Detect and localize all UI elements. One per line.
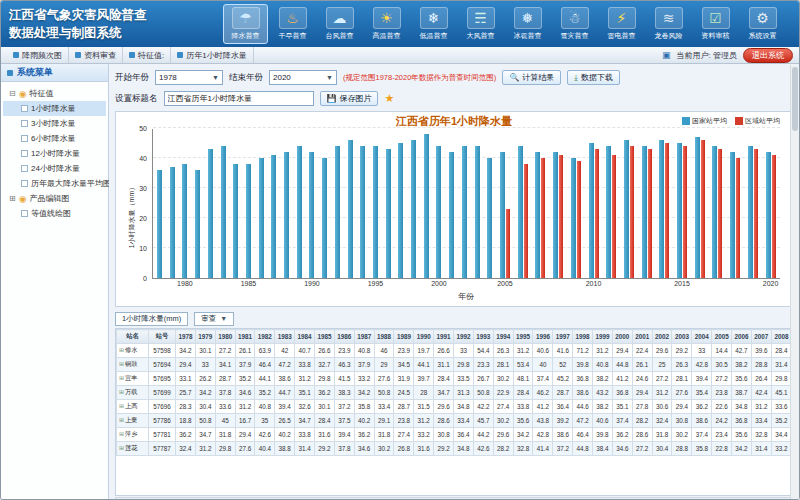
toolbar-item-drought-survey[interactable]: ♨干旱普查 xyxy=(270,4,315,44)
station-name-cell[interactable]: ⊞铜鼓 xyxy=(117,358,149,372)
checkbox-icon[interactable] xyxy=(21,150,28,157)
table-row-上高[interactable]: ⊞上高5769628.330.433.631.240.839.432.630.1… xyxy=(117,400,792,414)
toolbar-item-snow-survey[interactable]: ☃雪灾普查 xyxy=(552,4,597,44)
table-row-宜丰[interactable]: ⊞宜丰5769533.126.228.735.244.138.631.229.8… xyxy=(117,372,792,386)
expand-icon[interactable]: ⊞ xyxy=(119,361,124,367)
table-header-cell[interactable]: 2001 xyxy=(632,330,652,344)
table-header-cell[interactable]: 站号 xyxy=(149,330,176,344)
toolbar-item-cold-survey[interactable]: ❄低温普查 xyxy=(411,4,456,44)
tab-item-0[interactable]: 降雨频次图 xyxy=(7,47,69,63)
table-header-cell[interactable]: 1985 xyxy=(315,330,335,344)
toolbar-item-wind-survey[interactable]: ☴大风普查 xyxy=(458,4,503,44)
table-header-cell[interactable]: 1979 xyxy=(195,330,215,344)
table-row-上栗[interactable]: ⊞上栗5778618.850.84516.73526.534.728.437.5… xyxy=(117,414,792,428)
table-header-cell[interactable]: 1982 xyxy=(255,330,275,344)
tree-folder-1[interactable]: ⊞◉产品编辑图 xyxy=(3,191,106,206)
scrollbar-thumb[interactable] xyxy=(792,67,798,131)
expand-icon[interactable]: ⊞ xyxy=(119,431,124,437)
calculate-button[interactable]: 🔍 计算结果 xyxy=(502,70,561,85)
toolbar-item-heat-survey[interactable]: ☀高温普查 xyxy=(364,4,409,44)
toolbar-item-system-settings[interactable]: ⚙系统设置 xyxy=(740,4,785,44)
table-header-cell[interactable]: 2007 xyxy=(751,330,771,344)
station-name-cell[interactable]: ⊞宜丰 xyxy=(117,372,149,386)
table-header-cell[interactable]: 站名 xyxy=(117,330,149,344)
table-header-cell[interactable]: 1983 xyxy=(275,330,295,344)
station-name-cell[interactable]: ⊞萍乡 xyxy=(117,428,149,442)
tab-item-1[interactable]: 资料审查 xyxy=(69,47,123,63)
toolbar-item-data-audit[interactable]: ☑资料审核 xyxy=(693,4,738,44)
table-header-cell[interactable]: 2005 xyxy=(712,330,732,344)
expand-icon[interactable]: ⊞ xyxy=(119,445,124,451)
table-header-cell[interactable]: 2006 xyxy=(732,330,752,344)
table-header-cell[interactable]: 1995 xyxy=(513,330,533,344)
table-row-铜鼓[interactable]: ⊞铜鼓5769429.43334.137.946.447.233.832.746… xyxy=(117,358,792,372)
table-header-cell[interactable]: 1980 xyxy=(215,330,235,344)
table-header-cell[interactable]: 2008 xyxy=(771,330,791,344)
end-year-select[interactable]: 2020 ▼ xyxy=(269,70,337,85)
tab-item-3[interactable]: 历年1小时降水量 xyxy=(171,47,253,63)
table-header-cell[interactable]: 1993 xyxy=(473,330,493,344)
table-header-cell[interactable]: 1987 xyxy=(354,330,374,344)
tree-item-等值线绘图[interactable]: 等值线绘图 xyxy=(3,206,106,221)
toolbar-item-hail-survey[interactable]: ❅冰雹普查 xyxy=(505,4,550,44)
table-header-cell[interactable]: 1998 xyxy=(573,330,593,344)
chart-title-input[interactable] xyxy=(164,91,314,106)
table-header-cell[interactable]: 1992 xyxy=(454,330,474,344)
table-header-cell[interactable]: 2002 xyxy=(652,330,672,344)
checkbox-icon[interactable] xyxy=(21,180,28,187)
start-year-select[interactable]: 1978 ▼ xyxy=(155,70,223,85)
checkbox-icon[interactable] xyxy=(21,105,28,112)
download-button[interactable]: ⤓ 数据下载 xyxy=(567,70,620,85)
checkbox-icon[interactable] xyxy=(21,120,28,127)
station-name-cell[interactable]: ⊞上栗 xyxy=(117,414,149,428)
table-row-万载[interactable]: ⊞万载5769925.734.237.834.635.244.735.136.2… xyxy=(117,386,792,400)
vertical-scrollbar[interactable] xyxy=(790,65,799,499)
table-header-cell[interactable]: 1986 xyxy=(334,330,354,344)
table-header-cell[interactable]: 1996 xyxy=(533,330,553,344)
table-header-cell[interactable]: 1994 xyxy=(493,330,513,344)
checkbox-icon[interactable] xyxy=(21,210,28,217)
toolbar-item-tornado-survey[interactable]: ≋龙卷风险 xyxy=(646,4,691,44)
star-icon[interactable]: ★ xyxy=(384,92,394,105)
review-selector[interactable]: 审查 ▼ xyxy=(194,312,234,326)
table-row-修水[interactable]: ⊞修水5759834.230.127.226.163.94240.726.623… xyxy=(117,344,792,358)
table-header-cell[interactable]: 1997 xyxy=(553,330,573,344)
table-header-cell[interactable]: 1984 xyxy=(295,330,315,344)
unit-selector[interactable]: 1小时降水量(mm) xyxy=(115,312,188,326)
table-header-cell[interactable]: 1989 xyxy=(394,330,414,344)
toolbar-item-rain-survey[interactable]: ☂降水普查 xyxy=(223,4,268,44)
table-header-cell[interactable]: 1978 xyxy=(176,330,196,344)
station-name-cell[interactable]: ⊞莲花 xyxy=(117,442,149,456)
table-header-cell[interactable]: 1991 xyxy=(434,330,454,344)
station-name-cell[interactable]: ⊞上高 xyxy=(117,400,149,414)
table-header-cell[interactable]: 1990 xyxy=(414,330,434,344)
tree-toggle-icon[interactable]: ⊟ xyxy=(9,89,16,98)
save-image-button[interactable]: 💾 保存图片 xyxy=(320,91,379,106)
expand-icon[interactable]: ⊞ xyxy=(119,417,124,423)
tab-item-2[interactable]: 特征值: xyxy=(123,47,171,63)
tree-item-24小时降水量[interactable]: 24小时降水量 xyxy=(3,161,106,176)
expand-icon[interactable]: ⊞ xyxy=(119,403,124,409)
tree-item-6小时降水量[interactable]: 6小时降水量 xyxy=(3,131,106,146)
tree-item-1小时降水量[interactable]: 1小时降水量 xyxy=(3,101,106,116)
table-header-cell[interactable]: 2003 xyxy=(672,330,692,344)
table-header-cell[interactable]: 2004 xyxy=(692,330,712,344)
expand-icon[interactable]: ⊞ xyxy=(119,389,124,395)
station-name-cell[interactable]: ⊞修水 xyxy=(117,344,149,358)
table-header-cell[interactable]: 1999 xyxy=(593,330,613,344)
toolbar-item-typhoon-survey[interactable]: ☁台风普查 xyxy=(317,4,362,44)
expand-icon[interactable]: ⊞ xyxy=(119,375,124,381)
table-row-莲花[interactable]: ⊞莲花5778732.431.229.827.640.438.831.429.2… xyxy=(117,442,792,456)
logout-button[interactable]: 退出系统 xyxy=(743,48,793,63)
tree-item-12小时降水量[interactable]: 12小时降水量 xyxy=(3,146,106,161)
tree-item-3小时降水量[interactable]: 3小时降水量 xyxy=(3,116,106,131)
table-header-cell[interactable]: 1988 xyxy=(374,330,394,344)
table-header-cell[interactable]: 1981 xyxy=(235,330,255,344)
horizontal-scrollbar[interactable] xyxy=(115,497,793,499)
tree-folder-0[interactable]: ⊟◉特征值 xyxy=(3,86,106,101)
expand-icon[interactable]: ⊞ xyxy=(119,347,124,353)
checkbox-icon[interactable] xyxy=(21,135,28,142)
table-header-cell[interactable]: 2000 xyxy=(612,330,632,344)
tree-toggle-icon[interactable]: ⊞ xyxy=(9,194,16,203)
tree-item-历年最大降水量平均图[interactable]: 历年最大降水量平均图 xyxy=(3,176,106,191)
